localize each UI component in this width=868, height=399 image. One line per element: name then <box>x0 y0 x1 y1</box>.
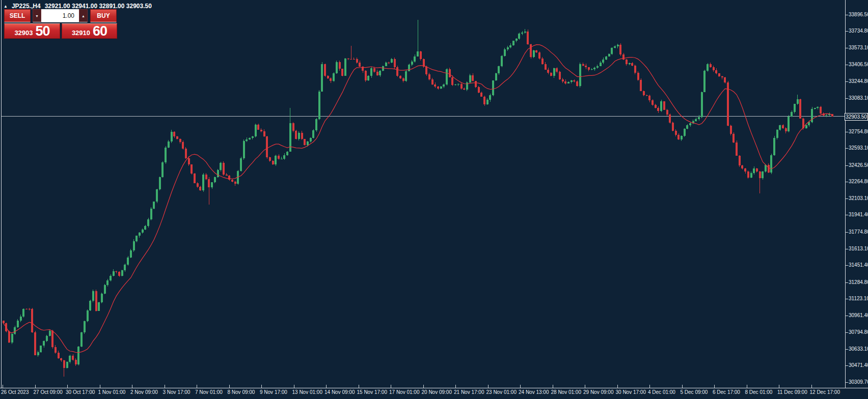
time-axis-label: 27 Oct 09:00 <box>34 389 63 395</box>
price-axis-tick <box>845 148 848 149</box>
price-axis-label: 33896.50 <box>849 12 868 17</box>
price-axis-label: 32264.80 <box>849 179 868 184</box>
bid-price-pips: 50 <box>36 24 50 38</box>
time-axis-label: 4 Dec 01:00 <box>648 389 675 395</box>
time-axis-label: 9 Nov 17:00 <box>260 389 287 395</box>
price-axis-label: 31941.40 <box>849 212 868 217</box>
time-axis-tick <box>3 385 3 388</box>
order-controls-row: SELL ▼ ▲ BUY <box>4 9 117 22</box>
time-axis-tick <box>132 385 132 388</box>
price-axis-tick <box>845 98 848 99</box>
price-axis-tick <box>845 81 848 82</box>
price-axis-tick <box>845 316 848 316</box>
price-axis-label: 30633.10 <box>849 346 868 352</box>
quote-tiles-row: 32903 50 32910 60 <box>4 23 117 39</box>
price-axis-label: 32103.10 <box>849 195 868 201</box>
time-axis-tick <box>359 385 359 388</box>
ohlc-readout: 32921.00 32941.00 32891.00 32903.50 <box>45 3 152 10</box>
time-axis-tick <box>714 385 715 388</box>
ask-price-tile[interactable]: 32910 60 <box>62 23 117 39</box>
axis-separator[interactable] <box>845 0 846 388</box>
time-axis-tick <box>229 385 230 388</box>
collapse-triangle-icon[interactable]: ▲ <box>4 4 8 9</box>
price-axis-tick <box>845 15 848 15</box>
one-click-trading-panel: SELL ▼ ▲ BUY 32903 50 32910 60 <box>4 9 117 39</box>
price-axis-tick <box>845 349 848 350</box>
time-axis-label: 8 Dec 01:00 <box>745 389 773 395</box>
time-axis-tick <box>617 385 618 388</box>
price-axis-tick <box>845 198 848 199</box>
time-axis-tick <box>261 385 262 388</box>
time-axis-label: 13 Nov 01:00 <box>292 389 323 395</box>
time-axis-tick <box>67 385 68 388</box>
left-separator <box>1 0 2 388</box>
moving-average-line <box>4 45 832 353</box>
time-axis-tick <box>488 385 489 388</box>
price-axis-tick <box>845 332 848 333</box>
time-axis-label: 21 Nov 17:00 <box>454 389 484 395</box>
time-axis-label: 30 Nov 17:00 <box>616 389 646 395</box>
price-axis-label: 33083.10 <box>849 95 868 101</box>
time-axis-tick <box>391 385 391 388</box>
price-axis-label: 33244.80 <box>849 78 868 84</box>
time-axis-label: 3 Nov 17:00 <box>163 389 191 395</box>
time-axis-label: 7 Nov 01:00 <box>195 389 223 395</box>
price-axis-tick <box>845 265 848 266</box>
price-axis-label: 31774.80 <box>849 229 868 235</box>
price-axis-tick <box>845 31 848 32</box>
price-axis-label: 32754.80 <box>849 129 868 134</box>
price-axis-tick <box>845 65 848 65</box>
time-axis-tick <box>779 385 779 388</box>
price-axis-label: 30471.40 <box>849 362 868 368</box>
time-axis-label: 5 Dec 09:00 <box>681 389 708 395</box>
time-axis-tick <box>520 385 521 388</box>
price-axis-tick <box>845 299 848 299</box>
time-axis-label: 30 Oct 17:00 <box>66 389 95 395</box>
price-axis-label: 31123.10 <box>849 296 868 301</box>
price-axis-label: 33734.80 <box>849 28 868 34</box>
time-axis-tick <box>423 385 424 388</box>
bid-price-tile[interactable]: 32903 50 <box>4 23 60 39</box>
price-axis-tick <box>845 365 848 366</box>
ask-price-pips: 60 <box>93 24 107 38</box>
time-axis-tick <box>294 385 294 388</box>
chart-header: ▲ JP225.,H4 32921.00 32941.00 32891.00 3… <box>4 3 152 10</box>
time-axis-label: 11 Dec 09:00 <box>777 389 807 395</box>
candlestick-chart[interactable] <box>0 0 868 399</box>
price-axis-label: 33573.10 <box>849 45 868 50</box>
price-axis-tick <box>845 249 848 249</box>
price-axis-tick <box>845 165 848 166</box>
time-axis-label: 17 Nov 01:00 <box>389 389 420 395</box>
time-axis-label: 1 Nov 01:00 <box>98 389 126 395</box>
price-axis-tick <box>845 232 848 233</box>
price-axis-label: 30794.80 <box>849 329 868 335</box>
price-axis-tick <box>845 48 848 48</box>
volume-decrease-button[interactable]: ▼ <box>33 9 41 22</box>
bid-price-main: 32903 <box>14 29 33 37</box>
price-axis-label: 32426.50 <box>849 162 868 168</box>
time-axis-label: 29 Nov 09:00 <box>583 389 614 395</box>
time-axis-tick <box>100 385 100 388</box>
price-axis-label: 33406.50 <box>849 62 868 67</box>
price-axis-tick <box>845 182 848 182</box>
time-axis-label: 20 Nov 09:00 <box>422 389 452 395</box>
time-axis-label: 26 Oct 2023 <box>1 389 29 395</box>
volume-input[interactable] <box>41 9 79 22</box>
current-price-tag: 32903.50 <box>845 113 868 121</box>
time-axis-tick <box>326 385 327 388</box>
price-axis-tick <box>845 382 848 383</box>
sell-button[interactable]: SELL <box>4 9 31 22</box>
time-axis-label: 6 Dec 17:00 <box>713 389 740 395</box>
time-axis-tick <box>649 385 650 388</box>
time-axis-label: 24 Nov 13:00 <box>519 389 549 395</box>
time-axis-tick <box>747 385 747 388</box>
volume-increase-button[interactable]: ▲ <box>79 9 88 22</box>
time-axis-label: 14 Nov 09:00 <box>324 389 355 395</box>
price-axis-label: 30961.40 <box>849 312 868 318</box>
time-axis-tick <box>553 385 553 388</box>
buy-button[interactable]: BUY <box>90 9 117 22</box>
time-axis-tick <box>197 385 197 388</box>
mt4-chart-window: ▲ JP225.,H4 32921.00 32941.00 32891.00 3… <box>0 0 868 399</box>
price-axis-label: 31613.10 <box>849 246 868 251</box>
price-axis-tick <box>845 215 848 215</box>
